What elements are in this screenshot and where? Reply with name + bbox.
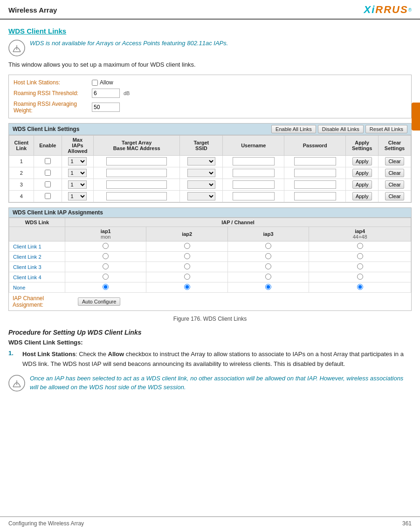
iap-radio[interactable] <box>184 263 190 269</box>
iap-radio[interactable] <box>103 263 109 269</box>
iap-radio-cell[interactable] <box>146 262 227 272</box>
iap-radio[interactable] <box>184 253 190 259</box>
cell-clear[interactable]: Clear <box>379 191 411 202</box>
iap-radio[interactable] <box>184 243 190 249</box>
iap-radio[interactable] <box>103 274 109 280</box>
apply-button[interactable]: Apply <box>352 157 372 165</box>
iap-radio[interactable] <box>357 274 363 280</box>
iap-radio[interactable] <box>357 263 363 269</box>
cell-max-iaps[interactable]: 1 2 3 4 <box>62 179 93 191</box>
iap-radio[interactable] <box>184 284 190 290</box>
cell-apply[interactable]: Apply <box>346 191 379 202</box>
enable-all-button[interactable]: Enable All Links <box>271 125 316 133</box>
iap-radio[interactable] <box>103 284 109 290</box>
cell-clear[interactable]: Clear <box>379 167 411 179</box>
iap-radio[interactable] <box>265 274 271 280</box>
iap-radio-cell[interactable] <box>65 262 146 272</box>
iap-radio[interactable] <box>265 284 271 290</box>
iap-radio-cell[interactable] <box>146 272 227 282</box>
target-mac-input[interactable] <box>106 169 167 177</box>
apply-button[interactable]: Apply <box>352 180 372 189</box>
iap-radio-cell[interactable] <box>146 241 227 252</box>
iap-radio-cell[interactable] <box>309 241 411 252</box>
password-input[interactable] <box>294 157 336 165</box>
target-mac-input[interactable] <box>106 180 167 189</box>
cell-enable[interactable] <box>34 156 62 167</box>
password-input[interactable] <box>294 192 336 200</box>
iap-radio-cell[interactable] <box>309 262 411 272</box>
username-input[interactable] <box>233 180 275 189</box>
iap-radio[interactable] <box>357 243 363 249</box>
reset-all-button[interactable]: Reset All Links <box>365 125 407 133</box>
target-mac-input[interactable] <box>106 157 167 165</box>
cell-password[interactable] <box>284 179 346 191</box>
cell-enable[interactable] <box>34 191 62 202</box>
target-mac-input[interactable] <box>106 192 167 200</box>
clear-button[interactable]: Clear <box>385 180 404 189</box>
cell-target-mac[interactable] <box>94 179 180 191</box>
clear-button[interactable]: Clear <box>385 169 404 177</box>
clear-button[interactable]: Clear <box>385 192 404 200</box>
cell-max-iaps[interactable]: 1 2 3 4 <box>62 167 93 179</box>
iap-radio[interactable] <box>265 243 271 249</box>
enable-checkbox[interactable] <box>45 193 51 199</box>
cell-username[interactable] <box>223 167 284 179</box>
iap-radio[interactable] <box>184 274 190 280</box>
iap-radio[interactable] <box>103 243 109 249</box>
password-input[interactable] <box>294 180 336 189</box>
cell-password[interactable] <box>284 156 346 167</box>
cell-password[interactable] <box>284 167 346 179</box>
iap-radio[interactable] <box>265 253 271 259</box>
cell-target-ssid[interactable] <box>180 167 223 179</box>
cell-enable[interactable] <box>34 179 62 191</box>
target-ssid-select[interactable] <box>187 169 215 177</box>
auto-configure-button[interactable]: Auto Configure <box>78 297 120 306</box>
apply-button[interactable]: Apply <box>352 192 372 200</box>
username-input[interactable] <box>233 169 275 177</box>
target-ssid-select[interactable] <box>187 180 215 189</box>
username-input[interactable] <box>233 192 275 200</box>
max-iaps-select[interactable]: 1 2 3 4 <box>68 192 87 200</box>
iap-radio-cell[interactable] <box>146 282 227 293</box>
enable-checkbox[interactable] <box>45 170 51 176</box>
max-iaps-select[interactable]: 1 2 3 4 <box>68 169 87 177</box>
cell-username[interactable] <box>223 191 284 202</box>
cell-target-mac[interactable] <box>94 156 180 167</box>
enable-checkbox[interactable] <box>45 158 51 164</box>
iap-radio-cell[interactable] <box>65 282 146 293</box>
iap-radio[interactable] <box>265 263 271 269</box>
iap-radio[interactable] <box>103 253 109 259</box>
cell-apply[interactable]: Apply <box>346 179 379 191</box>
iap-radio-cell[interactable] <box>227 262 309 272</box>
cell-password[interactable] <box>284 191 346 202</box>
password-input[interactable] <box>294 169 336 177</box>
target-ssid-select[interactable] <box>187 157 215 165</box>
cell-username[interactable] <box>223 156 284 167</box>
max-iaps-select[interactable]: 1 2 3 4 <box>68 180 87 189</box>
iap-radio-cell[interactable] <box>309 282 411 293</box>
iap-radio-cell[interactable] <box>146 252 227 262</box>
host-link-checkbox[interactable] <box>92 80 98 86</box>
max-iaps-select[interactable]: 1 2 3 4 <box>68 157 87 165</box>
cell-target-ssid[interactable] <box>180 191 223 202</box>
iap-radio-cell[interactable] <box>65 241 146 252</box>
cell-enable[interactable] <box>34 167 62 179</box>
iap-radio[interactable] <box>357 253 363 259</box>
iap-radio-cell[interactable] <box>227 282 309 293</box>
iap-radio-cell[interactable] <box>309 272 411 282</box>
iap-radio-cell[interactable] <box>227 241 309 252</box>
cell-apply[interactable]: Apply <box>346 156 379 167</box>
iap-radio[interactable] <box>357 284 363 290</box>
cell-clear[interactable]: Clear <box>379 156 411 167</box>
roaming-weight-input[interactable]: 50 <box>92 103 120 112</box>
cell-apply[interactable]: Apply <box>346 167 379 179</box>
cell-max-iaps[interactable]: 1 2 3 4 <box>62 156 93 167</box>
enable-checkbox[interactable] <box>45 181 51 187</box>
cell-target-ssid[interactable] <box>180 179 223 191</box>
cell-clear[interactable]: Clear <box>379 179 411 191</box>
cell-username[interactable] <box>223 179 284 191</box>
cell-max-iaps[interactable]: 1 2 3 4 <box>62 191 93 202</box>
disable-all-button[interactable]: Disable All Links <box>318 125 364 133</box>
iap-radio-cell[interactable] <box>65 272 146 282</box>
cell-target-mac[interactable] <box>94 167 180 179</box>
